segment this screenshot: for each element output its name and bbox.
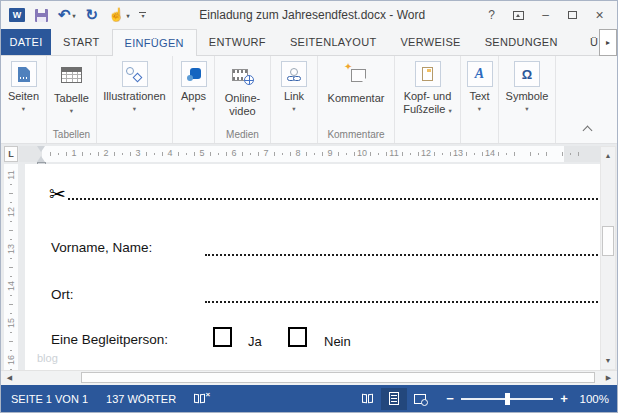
text-button[interactable]: A Text ▾: [461, 60, 498, 143]
chevron-down-icon: ▾: [133, 106, 136, 112]
close-button[interactable]: ×: [586, 4, 613, 26]
zoom-in-button[interactable]: +: [557, 391, 571, 406]
tab-sendungen[interactable]: SENDUNGEN: [473, 29, 570, 55]
scroll-up-icon[interactable]: ▲: [601, 148, 615, 162]
tab-seitenlayout[interactable]: SEITENLAYOUT: [278, 29, 389, 55]
vertical-scrollbar-thumb[interactable]: [602, 226, 614, 256]
chevron-down-icon: ▾: [192, 106, 195, 112]
chevron-down-icon[interactable]: ▾: [73, 12, 76, 19]
horizontal-scrollbar-thumb[interactable]: [81, 372, 595, 383]
kopf-fusszeile-button[interactable]: Kopf- und Fußzeile ▾: [395, 60, 460, 143]
statusbar-right: − + 100%: [355, 388, 609, 410]
tab-verweise[interactable]: VERWEISE: [388, 29, 472, 55]
vertical-ruler[interactable]: 111213141516: [4, 164, 18, 370]
undo-icon: ↶: [58, 8, 71, 22]
tab-ueberpruefen-clipped[interactable]: Ü: [590, 29, 598, 55]
checkbox-nein[interactable]: [288, 327, 307, 347]
illustrationen-button[interactable]: Illustrationen ▾: [97, 60, 172, 143]
scroll-right-icon[interactable]: ▶: [602, 371, 615, 385]
illustrationen-label: Illustrationen: [103, 90, 165, 103]
maximize-icon: [568, 11, 577, 19]
customize-qat-button[interactable]: ▾: [139, 12, 146, 18]
ribbon-display-icon: [513, 11, 524, 20]
undo-button[interactable]: ↶ ▾: [58, 8, 76, 22]
text-a-icon: A: [467, 61, 493, 87]
collapse-ribbon-icon[interactable]: [583, 126, 593, 136]
page-count-status[interactable]: SEITE 1 VON 1: [11, 393, 88, 405]
tab-start[interactable]: START: [51, 29, 112, 55]
tab-einfuegen[interactable]: EINFÜGEN: [112, 29, 197, 56]
watermark-text: blog: [37, 352, 58, 364]
horizontal-ruler[interactable]: 1234567891011121314: [19, 146, 602, 162]
field-label-vorname: Vorname, Name:: [51, 240, 152, 255]
print-layout-button[interactable]: [381, 388, 407, 410]
proofing-errors-icon[interactable]: ×: [194, 394, 205, 403]
group-label-tabellen: Tabellen: [47, 129, 96, 140]
group-label-kommentare: Kommentare: [318, 129, 394, 140]
apps-label: Apps: [181, 90, 206, 103]
link-label: Link: [284, 90, 304, 103]
zoom-level[interactable]: 100%: [571, 393, 609, 405]
symbole-button[interactable]: Ω Symbole ▾: [499, 60, 555, 143]
ribbon-group-link: Link ▾: [271, 56, 318, 143]
word-count-status[interactable]: 137 WÖRTER: [106, 393, 176, 405]
chevron-down-icon[interactable]: ▾: [126, 12, 129, 19]
zoom-slider[interactable]: [461, 393, 553, 405]
minimize-button[interactable]: –: [532, 4, 559, 26]
kommentar-label: Kommentar: [328, 92, 385, 105]
ribbon-group-kommentare: ✦ Kommentar Kommentare: [318, 56, 395, 143]
checkbox-ja[interactable]: [213, 327, 232, 347]
tabelle-label: Tabelle: [54, 92, 89, 105]
kopf-fusszeile-label: Kopf- und Fußzeile ▾: [397, 90, 459, 116]
maximize-button[interactable]: [559, 4, 586, 26]
word-logo-icon: W: [9, 8, 25, 22]
vertical-scrollbar[interactable]: ▲ ▼: [600, 146, 616, 370]
ribbon-group-kopf-fusszeile: Kopf- und Fußzeile ▾: [395, 56, 461, 143]
online-video-label: Online-video: [218, 92, 268, 118]
word-window: W ↶ ▾ ↻ ☝ ▾ ▾ Einladung zum Jahresendfes…: [0, 0, 618, 413]
touch-mode-button[interactable]: ☝ ▾: [108, 8, 129, 22]
scroll-down-icon[interactable]: ▼: [601, 353, 615, 367]
choice-label-ja: Ja: [248, 334, 262, 349]
field-label-ort: Ort:: [51, 287, 74, 302]
cut-here-dotted-line: [68, 192, 598, 200]
seiten-button[interactable]: Seiten ▾: [1, 60, 46, 143]
save-icon[interactable]: [35, 9, 48, 22]
apps-icon: [181, 61, 207, 87]
ribbon-display-options-button[interactable]: [505, 4, 532, 26]
touch-mode-icon: ☝: [108, 8, 124, 22]
zoom-control: − +: [443, 391, 571, 406]
ribbon-group-apps: Apps ▾: [173, 56, 215, 143]
tab-entwurf[interactable]: ENTWURF: [197, 29, 278, 55]
online-video-icon: [232, 61, 253, 89]
scroll-left-icon[interactable]: ◀: [3, 371, 16, 385]
redo-button[interactable]: ↻: [86, 8, 99, 22]
comment-icon: ✦: [346, 61, 366, 89]
header-footer-icon: [415, 61, 441, 87]
tab-datei[interactable]: DATEI: [1, 29, 51, 55]
ribbon-group-illustrationen: Illustrationen ▾: [97, 56, 173, 143]
tab-stop-selector[interactable]: L: [4, 146, 18, 162]
text-label: Text: [469, 90, 489, 103]
tab-scroll-right-button[interactable]: ▸: [599, 29, 617, 56]
horizontal-scrollbar[interactable]: ◀ ▶: [1, 370, 617, 385]
chevron-down-icon: ▾: [478, 106, 481, 112]
web-layout-button[interactable]: [407, 388, 433, 410]
first-line-indent-marker[interactable]: [37, 146, 45, 152]
web-layout-icon: [414, 394, 426, 404]
read-mode-button[interactable]: [355, 388, 381, 410]
zoom-slider-thumb[interactable]: [505, 393, 510, 405]
help-button[interactable]: ?: [478, 4, 505, 26]
scissors-icon: ✂: [49, 184, 66, 204]
field-label-begleitperson: Eine Begleitperson:: [51, 332, 168, 347]
window-controls: ? – ×: [478, 4, 617, 26]
ribbon-group-symbole: Ω Symbole ▾: [499, 56, 556, 143]
link-button[interactable]: Link ▾: [271, 60, 317, 143]
chevron-down-icon: ▾: [525, 106, 528, 112]
print-layout-icon: [389, 392, 399, 405]
chevron-down-icon: ▾: [70, 108, 73, 114]
chevron-down-icon: ▾: [22, 106, 25, 112]
zoom-out-button[interactable]: −: [443, 391, 457, 406]
apps-button[interactable]: Apps ▾: [173, 60, 214, 143]
document-page[interactable]: ✂ Vorname, Name: Ort: Eine Begleitperson…: [25, 164, 602, 370]
